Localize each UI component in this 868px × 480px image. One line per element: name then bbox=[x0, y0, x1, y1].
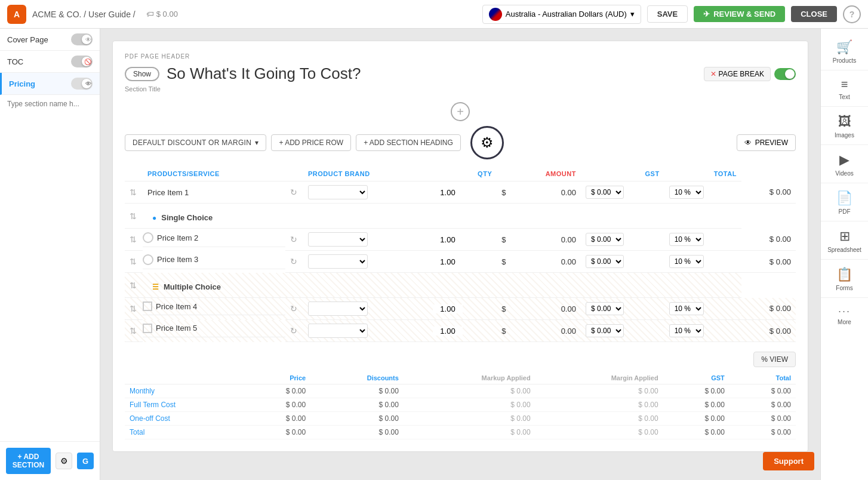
qty-input[interactable] bbox=[433, 327, 463, 336]
page-break-button[interactable]: ✕ PAGE BREAK bbox=[704, 67, 771, 81]
section-title: So What's It Going To Cost? bbox=[167, 64, 696, 83]
table-row: ⇅ Price Item 2 ↻ $ 0.00 $ 0.00 10 % $ 0.… bbox=[125, 229, 796, 251]
sidebar-item-pdf[interactable]: 📄 PDF bbox=[821, 184, 868, 221]
gst-select[interactable]: 10 % bbox=[669, 324, 704, 337]
toc-toggle[interactable]: 🚫 bbox=[71, 56, 93, 67]
sidebar-item-videos[interactable]: ▶ Videos bbox=[821, 146, 868, 183]
item-name: Price Item 2 bbox=[157, 233, 198, 242]
col-markup: Markup Applied bbox=[404, 372, 535, 384]
single-choice-label: ● Single Choice bbox=[147, 207, 737, 224]
amount-select[interactable]: $ 0.00 bbox=[586, 302, 624, 315]
checkbox[interactable] bbox=[143, 301, 152, 311]
group-header-single-choice: ⇅ ● Single Choice bbox=[125, 204, 796, 229]
radio-button[interactable] bbox=[143, 232, 153, 243]
brand-select[interactable] bbox=[308, 254, 368, 269]
drag-handle-icon[interactable]: ⇅ bbox=[130, 235, 137, 244]
radio-button[interactable] bbox=[143, 254, 153, 265]
help-button[interactable]: ? bbox=[843, 5, 861, 23]
cover-page-toggle[interactable]: 👁 bbox=[71, 33, 93, 45]
section-label: Section Title bbox=[125, 85, 796, 93]
g-button[interactable]: G bbox=[77, 453, 94, 469]
table-row: ⇅ Price Item 1 ↻ $ 0.00 $ 0.00 10 % $ 0.… bbox=[125, 181, 796, 204]
brand-select[interactable] bbox=[308, 301, 368, 316]
pricing-toggle[interactable]: 👁 bbox=[71, 78, 93, 90]
sync-icon[interactable]: ↻ bbox=[290, 326, 297, 336]
amount-select[interactable]: $ 0.00 bbox=[586, 324, 624, 337]
col-brand: Product Brand bbox=[303, 167, 428, 181]
qty-input[interactable] bbox=[433, 188, 463, 197]
sync-icon[interactable]: ↻ bbox=[290, 257, 297, 266]
sidebar-item-spreadsheet[interactable]: ⊞ Spreadsheet bbox=[821, 223, 868, 260]
review-send-button[interactable]: ✈ REVIEW & SEND bbox=[694, 6, 785, 22]
forms-icon: 📋 bbox=[836, 267, 852, 282]
col-amount: AMOUNT bbox=[510, 167, 580, 181]
gst-select[interactable]: 10 % bbox=[669, 255, 704, 268]
drag-handle-icon[interactable]: ⇅ bbox=[130, 304, 137, 313]
add-section-button[interactable]: + ADD SECTION bbox=[6, 448, 51, 474]
add-section-heading-button[interactable]: + ADD SECTION HEADING bbox=[356, 134, 461, 151]
discount-margin-dropdown[interactable]: DEFAULT DISCOUNT OR MARGIN ▾ bbox=[125, 134, 266, 151]
total-value: $ 0.00 bbox=[741, 181, 796, 204]
sync-icon[interactable]: ↻ bbox=[290, 235, 297, 244]
main-layout: Cover Page 👁 TOC 🚫 Pricing 👁 + ADD SECTI… bbox=[0, 29, 868, 480]
amount-select[interactable]: $ 0.00 bbox=[586, 186, 624, 199]
settings-gear-circle[interactable]: ⚙ bbox=[470, 126, 504, 159]
text-icon: ≡ bbox=[841, 78, 848, 91]
amount-select[interactable]: $ 0.00 bbox=[586, 233, 624, 246]
col-gst: GST bbox=[581, 167, 664, 181]
drag-handle-icon[interactable]: ⇅ bbox=[130, 326, 137, 336]
qty-input[interactable] bbox=[433, 257, 463, 266]
eye-icon: 👁 bbox=[744, 139, 752, 147]
show-button[interactable]: Show bbox=[125, 67, 159, 81]
close-button[interactable]: CLOSE bbox=[791, 6, 837, 22]
gst-select[interactable]: 10 % bbox=[669, 233, 704, 246]
section-name-input[interactable] bbox=[0, 95, 100, 113]
sync-icon[interactable]: ↻ bbox=[290, 304, 297, 313]
app-logo: A bbox=[7, 5, 26, 24]
gst-select[interactable]: 10 % bbox=[669, 186, 704, 199]
brand-select[interactable] bbox=[308, 185, 368, 199]
add-price-row-button[interactable]: + ADD PRICE ROW bbox=[271, 134, 351, 151]
flag-icon bbox=[489, 8, 502, 21]
checkbox[interactable] bbox=[143, 324, 152, 333]
drag-handle-icon[interactable]: ⇅ bbox=[130, 281, 137, 290]
add-content-button[interactable]: + bbox=[451, 102, 470, 121]
percent-view-button[interactable]: % VIEW bbox=[753, 352, 796, 367]
brand-select[interactable] bbox=[308, 324, 368, 338]
qty-input[interactable] bbox=[433, 235, 463, 244]
qty-input[interactable] bbox=[433, 304, 463, 313]
drag-handle-icon[interactable]: ⇅ bbox=[130, 257, 137, 266]
sidebar-item-pricing[interactable]: Pricing 👁 bbox=[0, 73, 100, 95]
item-name: Price Item 4 bbox=[156, 302, 197, 311]
products-icon: 🛒 bbox=[836, 39, 852, 55]
sync-icon[interactable]: ↻ bbox=[290, 187, 297, 197]
sidebar-item-text[interactable]: ≡ Text bbox=[821, 72, 868, 107]
summary-table: Price Discounts Markup Applied Margin Ap… bbox=[125, 372, 796, 439]
sidebar-item-forms[interactable]: 📋 Forms bbox=[821, 261, 868, 298]
drag-handle-icon[interactable]: ⇅ bbox=[130, 211, 137, 221]
support-button[interactable]: Support bbox=[763, 452, 814, 470]
save-button[interactable]: SAVE bbox=[647, 5, 688, 23]
table-row: ⇅ Price Item 5 ↻ $ 0.00 $ 0.00 10 % $ 0.… bbox=[125, 320, 796, 342]
left-sidebar: Cover Page 👁 TOC 🚫 Pricing 👁 + ADD SECTI… bbox=[0, 29, 100, 480]
sidebar-item-toc[interactable]: TOC 🚫 bbox=[0, 51, 100, 73]
brand-select[interactable] bbox=[308, 232, 368, 247]
sidebar-item-cover-page[interactable]: Cover Page 👁 bbox=[0, 29, 100, 51]
sidebar-item-images[interactable]: 🖼 Images bbox=[821, 108, 868, 145]
section-settings-gear-icon[interactable]: ⚙ bbox=[56, 453, 72, 469]
more-button[interactable]: ··· More bbox=[821, 299, 868, 331]
toc-label: TOC bbox=[7, 57, 23, 66]
preview-button[interactable]: 👁 PREVIEW bbox=[737, 134, 796, 151]
pdf-icon: 📄 bbox=[836, 190, 852, 206]
page-break-toggle[interactable] bbox=[774, 68, 796, 80]
table-header: PRODUCTS/SERVICE Product Brand QTY AMOUN… bbox=[125, 167, 796, 181]
multiple-choice-label: ☰ Multiple Choice bbox=[147, 276, 737, 294]
col-price: Price bbox=[244, 372, 310, 384]
pricing-label: Pricing bbox=[9, 79, 35, 88]
drag-handle-icon[interactable]: ⇅ bbox=[130, 187, 137, 197]
locale-selector[interactable]: Australia - Australian Dollars (AUD) ▾ bbox=[482, 5, 641, 24]
gst-select[interactable]: 10 % bbox=[669, 302, 704, 315]
amount-select[interactable]: $ 0.00 bbox=[586, 255, 624, 268]
amount-value: 0.00 bbox=[510, 181, 580, 204]
sidebar-item-products[interactable]: 🛒 Products bbox=[821, 33, 868, 70]
